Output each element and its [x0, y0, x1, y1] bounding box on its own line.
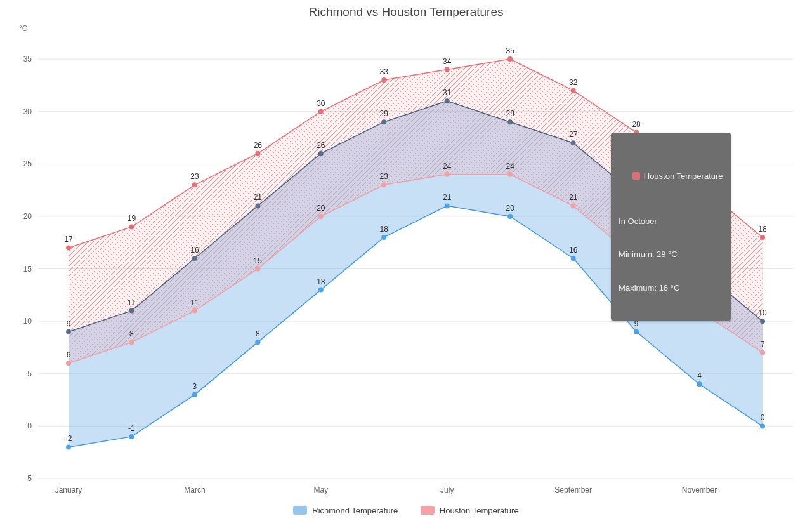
y-axis-unit: °C: [19, 24, 27, 33]
legend-label: Richmond Temperature: [312, 506, 398, 515]
data-point-label: 26: [317, 141, 325, 150]
data-point[interactable]: [255, 203, 260, 208]
data-point[interactable]: [192, 256, 197, 261]
legend-label: Houston Temperature: [440, 506, 519, 515]
data-point-label: 19: [128, 214, 136, 223]
data-point[interactable]: [445, 203, 450, 208]
data-point-label: 20: [317, 204, 325, 213]
svg-text:September: September: [554, 486, 592, 494]
data-point-label: 31: [443, 88, 452, 97]
data-point-label: 30: [317, 99, 325, 108]
data-point-label: 17: [64, 235, 73, 244]
data-point-label: -2: [65, 434, 72, 443]
data-point-label: 6: [67, 350, 71, 359]
data-point-label: 34: [443, 57, 452, 66]
data-point[interactable]: [571, 256, 576, 261]
data-point[interactable]: [571, 88, 576, 93]
data-point-label: 18: [380, 225, 389, 234]
data-point[interactable]: [66, 444, 71, 449]
data-point[interactable]: [760, 350, 765, 355]
data-point[interactable]: [697, 381, 702, 387]
chart-title: Richmond vs Houston Temperatures: [0, 5, 812, 19]
svg-text:15: 15: [23, 265, 32, 274]
svg-text:November: November: [682, 486, 717, 494]
tooltip-line-max: Maximum: 16 °C: [619, 282, 723, 294]
data-point[interactable]: [66, 361, 71, 366]
data-point[interactable]: [129, 340, 134, 345]
data-point[interactable]: [66, 329, 71, 334]
data-point[interactable]: [508, 214, 513, 219]
svg-text:July: July: [440, 486, 454, 494]
data-point[interactable]: [760, 423, 765, 428]
data-point[interactable]: [445, 172, 450, 177]
data-point-label: 16: [190, 246, 199, 255]
data-point[interactable]: [381, 182, 386, 187]
data-point[interactable]: [318, 214, 324, 219]
data-point-label: 9: [67, 319, 71, 328]
data-point[interactable]: [445, 98, 450, 103]
legend-item-richmond[interactable]: Richmond Temperature: [293, 506, 398, 515]
data-point[interactable]: [255, 151, 260, 156]
legend-item-houston[interactable]: Houston Temperature: [421, 506, 519, 515]
data-point[interactable]: [381, 77, 386, 83]
tooltip-header: Houston Temperature: [619, 160, 723, 194]
data-point-label: -1: [128, 424, 135, 433]
data-point[interactable]: [255, 267, 260, 272]
data-point-label: 20: [506, 204, 515, 213]
data-point-label: 23: [380, 172, 389, 181]
data-point[interactable]: [129, 308, 134, 314]
data-point-label: 24: [506, 162, 515, 171]
tooltip: Houston Temperature In October Minimum: …: [611, 133, 730, 321]
data-point-label: 27: [569, 130, 578, 139]
data-point-label: 11: [190, 298, 199, 307]
data-point-label: 8: [256, 329, 260, 338]
data-point-label: 3: [193, 382, 197, 391]
tooltip-line-min: Minimum: 28 °C: [619, 249, 723, 260]
data-point-label: 29: [380, 109, 389, 118]
data-point[interactable]: [192, 308, 197, 314]
svg-text:25: 25: [23, 159, 32, 168]
data-point-label: 7: [761, 340, 765, 349]
data-point[interactable]: [760, 319, 765, 324]
svg-text:0: 0: [27, 421, 32, 430]
data-point[interactable]: [318, 109, 324, 114]
data-point[interactable]: [571, 203, 576, 208]
data-point[interactable]: [129, 224, 134, 229]
svg-text:30: 30: [23, 107, 32, 116]
legend-swatch-icon: [421, 506, 435, 515]
svg-text:35: 35: [23, 55, 32, 63]
legend-swatch-icon: [293, 506, 307, 515]
data-point[interactable]: [318, 288, 324, 293]
data-point[interactable]: [192, 392, 197, 397]
data-point-label: 18: [758, 225, 767, 234]
data-point[interactable]: [508, 172, 513, 177]
data-point-label: 21: [569, 193, 578, 202]
data-point[interactable]: [634, 329, 639, 334]
data-point[interactable]: [192, 182, 197, 187]
data-point[interactable]: [508, 119, 513, 124]
data-point-label: 0: [761, 413, 765, 422]
tooltip-line-month: In October: [619, 216, 723, 227]
data-point-label: 21: [254, 193, 263, 202]
data-point-label: 26: [254, 141, 263, 150]
svg-text:20: 20: [23, 212, 32, 221]
data-point[interactable]: [255, 340, 260, 345]
data-point-label: 29: [506, 109, 515, 118]
data-point[interactable]: [66, 245, 71, 250]
data-point-label: 33: [380, 67, 389, 76]
data-point[interactable]: [760, 235, 765, 240]
data-point-label: 28: [632, 120, 641, 129]
data-point[interactable]: [571, 140, 576, 145]
data-point[interactable]: [381, 119, 386, 124]
data-point[interactable]: [445, 67, 450, 72]
svg-text:-5: -5: [25, 474, 32, 483]
svg-text:10: 10: [23, 317, 32, 326]
svg-text:March: March: [184, 486, 205, 494]
data-point[interactable]: [318, 151, 324, 156]
data-point[interactable]: [508, 56, 513, 62]
data-point[interactable]: [381, 235, 386, 240]
data-point-label: 10: [758, 308, 767, 317]
data-point-label: 16: [569, 246, 578, 255]
data-point-label: 32: [569, 78, 578, 87]
data-point[interactable]: [129, 434, 134, 439]
